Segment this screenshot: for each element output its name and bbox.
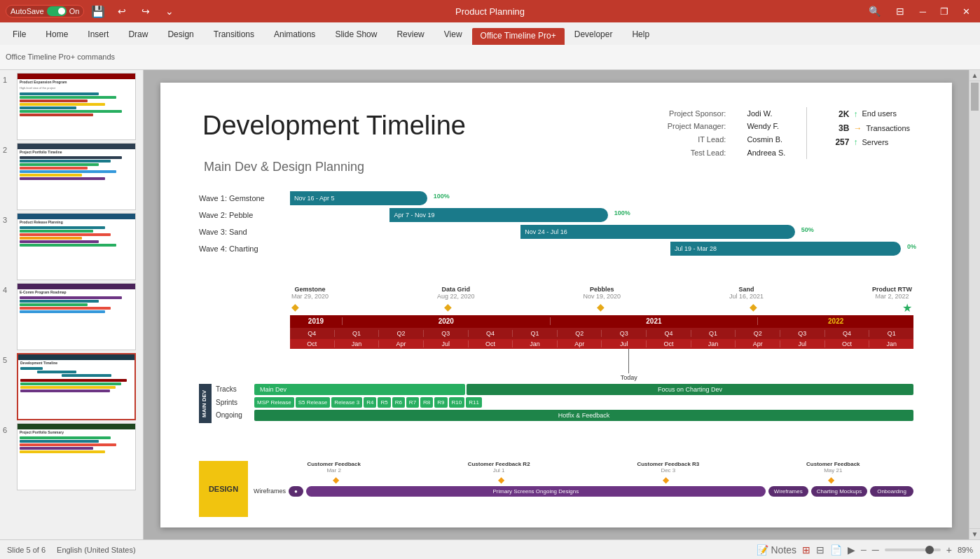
info-val-manager: Wendy F. [747,120,785,133]
q4-2020: Q4 [469,330,513,337]
slide-img-6[interactable]: Project Portfolio Summary [17,423,136,490]
tab-transitions[interactable]: Transitions [204,25,264,45]
diamond-4: ◆ [750,301,757,315]
tab-developer[interactable]: Developer [565,25,623,45]
autosave-badge[interactable]: AutoSave On [6,5,84,18]
wave-bar-4: Jul 19 - Mar 28 [670,242,901,256]
wave-bar-1: Nov 16 - Apr 5 [290,191,427,205]
info-label-it: IT Lead: [668,133,726,146]
reading-view-button[interactable]: 📄 [830,544,842,555]
slide-thumb-4[interactable]: 4 E-Comm Program Roadmap [3,283,140,350]
info-values: Jodi W. Wendy F. Cosmin B. Andreea S. [747,107,785,160]
wave-row-1: Wave 1: Gemstone Nov 16 - Apr 5 100% [199,191,913,205]
month-apr-2: Apr [558,340,602,347]
info-label-sponsor: Project Sponsor: [668,107,726,120]
tab-design[interactable]: Design [158,25,203,45]
customize-button[interactable]: ⌄ [160,1,179,21]
zoom-thumb[interactable] [925,546,934,554]
tab-help[interactable]: Help [622,25,659,45]
year-row: 2019 2020 2021 2022 [290,315,913,328]
slide-num-2: 2 [3,146,14,154]
ribbon-display-button[interactable]: ⊟ [890,1,910,21]
tab-file[interactable]: File [3,25,36,45]
zoom-separator: ─ [861,546,867,554]
design-milestones-row: Customer Feedback Mar 2 Customer Feedbac… [254,461,913,474]
wave-pct-1: 100% [434,193,450,200]
zoom-level: 89% [958,546,973,554]
tab-insert[interactable]: Insert [78,25,118,45]
bar-msp: MSP Release [254,397,294,408]
slide-thumb-2[interactable]: 2 Project Portfolio Timeline [3,143,140,210]
stat-servers: 257 ↑ Servers [828,135,910,149]
q1-2020: Q1 [335,330,380,337]
undo-button[interactable]: ↩ [112,1,132,21]
tab-animations[interactable]: Animations [264,25,325,45]
today-label: Today [621,374,637,381]
tab-home[interactable]: Home [36,25,78,45]
zoom-out-button[interactable]: ─ [872,544,879,555]
month-oct: Oct [290,340,335,347]
today-line [628,349,629,373]
normal-view-button[interactable]: ⊞ [802,544,810,555]
arrow-up-2: ↑ [853,135,857,149]
slide-thumb-1[interactable]: 1 Product Expansion Program High-level v… [3,73,140,140]
month-jan-1: Jan [335,340,380,347]
notes-button[interactable]: 📝 Notes [757,544,796,555]
save-button[interactable]: 💾 [88,1,108,21]
bar-r4: R4 [364,397,376,408]
wireframes-row: Wireframes ● Primary Screens Ongoing Des… [254,486,913,497]
diamond-2: ◆ [444,301,452,315]
search-button[interactable]: 🔍 [865,1,885,21]
cf-3: Customer Feedback R3 Dec 3 [637,461,699,474]
title-bar-right: 🔍 ⊟ ─ ❐ ✕ [865,1,974,21]
tracks-section: MAIN DEV Tracks Main Dev Focus on Charti… [199,384,913,423]
sprints-bars: MSP Release S5 Release Release 3 R4 R5 R… [254,397,913,408]
bar-s5: S5 Release [296,397,330,408]
slide-img-3[interactable]: Product Release Planning [17,213,136,280]
info-panel: Project Sponsor: Project Manager: IT Lea… [668,107,910,160]
q1-2021: Q1 [513,330,558,337]
info-stats: 2K ↑ End users 3B → Transactions 257 ↑ S… [828,107,910,160]
redo-button[interactable]: ↪ [136,1,156,21]
wave-row-3: Wave 3: Sand Nov 24 - Jul 16 50% [199,225,913,239]
scroll-up-button[interactable]: ▲ [969,70,980,81]
slide-thumb-3[interactable]: 3 Product Release Planning [3,213,140,280]
q2-2020: Q2 [379,330,424,337]
tab-review[interactable]: Review [387,25,434,45]
slide-img-2[interactable]: Project Portfolio Timeline [17,143,136,210]
tab-slideshow[interactable]: Slide Show [325,25,387,45]
maindev-label: MAIN DEV [199,384,212,423]
bar-r9: R9 [434,397,447,408]
slide-sorter-button[interactable]: ⊟ [816,544,824,555]
tab-view[interactable]: View [434,25,472,45]
scroll-thumb[interactable] [971,83,979,111]
scroll-down-button[interactable]: ▼ [969,528,980,539]
restore-button[interactable]: ❐ [936,5,953,18]
close-button[interactable]: ✕ [958,5,974,18]
slide-subtitle: Main Dev & Design Planning [204,160,364,174]
wave-label-2: Wave 2: Pebble [199,211,290,219]
language: English (United States) [57,546,136,554]
milestone-datagrid: Data Grid Aug 22, 2020 [437,286,475,300]
ribbon-hint: Office Timeline Pro+ commands [6,53,115,61]
slide-img-5[interactable]: Development Timeline [17,353,136,420]
scroll-track [969,81,980,528]
slide-thumb-6[interactable]: 6 Project Portfolio Summary [3,423,140,490]
tab-draw[interactable]: Draw [118,25,158,45]
slide-img-4[interactable]: E-Comm Program Roadmap [17,283,136,350]
right-scrollbar[interactable]: ▲ ▼ [969,70,980,539]
zoom-in-button[interactable]: + [946,544,952,555]
wave-pct-4: 0% [907,243,916,250]
zoom-slider[interactable] [885,548,941,551]
slideshow-view-button[interactable]: ▶ [848,544,855,555]
minimize-button[interactable]: ─ [916,5,930,18]
diamond-3: ◆ [597,301,605,315]
tab-officetimeline[interactable]: Office Timeline Pro+ [472,28,565,45]
year-2020: 2020 [343,317,551,325]
slide-thumb-5[interactable]: 5 Development Timeline [3,353,140,420]
autosave-toggle[interactable] [47,6,67,16]
ongoing-label: Ongoing [216,411,254,419]
tracks-grid: Tracks Main Dev Focus on Charting Dev Sp… [212,384,913,423]
cf-diamond-3: ◆ [663,475,669,485]
slide-img-1[interactable]: Product Expansion Program High-level vie… [17,73,136,140]
